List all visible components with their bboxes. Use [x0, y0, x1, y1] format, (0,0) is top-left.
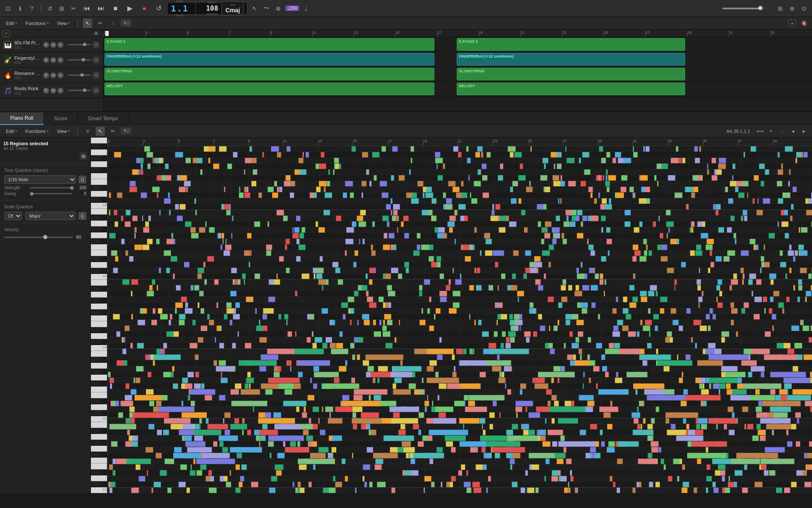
- track-2-icon: 🎸: [3, 56, 12, 64]
- waveform-icon[interactable]: 〜: [262, 4, 271, 13]
- pr-options-btn[interactable]: ≡: [83, 127, 92, 136]
- stop-btn[interactable]: ■: [110, 3, 121, 14]
- track-3-channel: Ch1: [14, 76, 41, 80]
- help-icon[interactable]: ?: [27, 4, 36, 13]
- track-2-solo-btn[interactable]: S: [58, 57, 63, 63]
- search-icon[interactable]: ⊕: [787, 4, 797, 13]
- add-track-header-btn[interactable]: +: [3, 30, 10, 37]
- piano-roll-content: 15 Regions selected on 15 Tracks ⊞ Time …: [0, 138, 812, 493]
- velocity-row: 80: [4, 235, 86, 240]
- master-volume-slider[interactable]: [722, 8, 773, 9]
- track-4-volume-icon: ⊙: [92, 87, 100, 94]
- pr-functions-menu[interactable]: Functions ▾: [23, 128, 51, 135]
- region-collapse-btn[interactable]: ⊞: [80, 152, 87, 160]
- region-count: 15 Regions selected: [3, 141, 87, 146]
- pr-pencil-tool[interactable]: ✏: [108, 127, 118, 136]
- pr-view-menu[interactable]: View ▾: [55, 128, 73, 135]
- record-btn[interactable]: ●: [138, 3, 150, 14]
- pr-zoom-out-btn[interactable]: -: [777, 127, 787, 136]
- quantize-apply-btn[interactable]: Q: [79, 176, 86, 183]
- track-2-volume-icon: ⊙: [92, 56, 100, 64]
- track-3-icon: 🔥: [3, 71, 12, 80]
- track-4-volume-slider[interactable]: [68, 90, 91, 91]
- region-2b[interactable]: FINGERDBAS (+12 semitones): [457, 53, 685, 66]
- pr-edit-menu[interactable]: Edit ▾: [3, 128, 19, 135]
- pointer-tool[interactable]: ↖: [83, 19, 92, 28]
- region-3a[interactable]: SLOWSTRING: [104, 68, 434, 80]
- track-3-volume-slider[interactable]: [68, 75, 91, 76]
- cursor-icon[interactable]: ↖: [250, 4, 259, 13]
- track-4-mute-btn[interactable]: M: [50, 88, 56, 94]
- ruler-svg: [104, 30, 812, 37]
- track-header-1: 🎹 80s FM Piano Ch1 R M S ⊙: [0, 37, 103, 52]
- track-1-mute-btn[interactable]: M: [50, 42, 56, 48]
- cycle-btn[interactable]: ↺: [153, 3, 165, 14]
- scale-off-select[interactable]: Off On: [4, 212, 22, 220]
- strength-slider[interactable]: [30, 187, 72, 188]
- arr-edit-menu[interactable]: Edit ▾: [3, 20, 19, 27]
- pr-zoom-full-btn[interactable]: ⟺: [755, 127, 765, 136]
- grid-icon[interactable]: ⊞: [776, 4, 785, 13]
- notes-canvas[interactable]: [108, 146, 812, 493]
- piano-roll-grid[interactable]: [108, 146, 812, 493]
- tune-icon[interactable]: ⊞: [57, 4, 66, 13]
- track-4-solo-btn[interactable]: S: [58, 88, 63, 94]
- velocity-label: Velocity: [4, 227, 86, 232]
- pr-scroll-right-btn[interactable]: ▸: [799, 127, 809, 136]
- track-2-mute-btn[interactable]: M: [50, 57, 56, 63]
- add-track-btn[interactable]: +: [788, 19, 796, 27]
- refresh-icon[interactable]: ↺: [45, 4, 55, 13]
- pr-mode-display[interactable]: ↖⁝: [121, 127, 132, 135]
- track-1-solo-btn[interactable]: S: [58, 42, 63, 48]
- track-2-volume-slider[interactable]: [68, 59, 91, 61]
- region-1b[interactable]: E.PIANO 2: [457, 38, 685, 51]
- track-header-2: 🎸 Fingerstyle Bass Ch1 R M S ⊙: [0, 52, 103, 68]
- info-icon[interactable]: ℹ: [15, 4, 25, 13]
- scissors-icon[interactable]: ✂: [69, 4, 78, 13]
- region-2a[interactable]: FINGERDBAS (+12 semitones): [104, 53, 434, 66]
- track-header-4: 🎵 Roots Rock Ch1 R M S ⊙: [0, 83, 103, 98]
- track-1-record-btn[interactable]: R: [43, 42, 49, 48]
- track-options-btn[interactable]: ⊞: [91, 30, 101, 38]
- play-btn[interactable]: ▶: [124, 3, 136, 14]
- rewind-btn[interactable]: ⏮: [81, 3, 93, 14]
- tab-smart-tempo[interactable]: Smart Tempo: [78, 112, 129, 125]
- velocity-slider[interactable]: [4, 237, 73, 238]
- piano-roll-grid-area: 13579111315171921232527293133353739: [108, 138, 812, 493]
- arr-view-menu[interactable]: View ▾: [55, 20, 73, 27]
- region-4b[interactable]: MELODY: [457, 83, 685, 95]
- track-4-record-btn[interactable]: R: [43, 88, 49, 94]
- track-3-record-btn[interactable]: R: [43, 72, 49, 78]
- swing-slider[interactable]: [30, 193, 72, 194]
- pr-scroll-left-btn[interactable]: ◂: [788, 127, 798, 136]
- arr-mute-btn[interactable]: 🔇: [799, 19, 809, 28]
- settings-icon[interactable]: ⊙: [799, 4, 809, 13]
- pointer-mode[interactable]: ↖⁝: [121, 19, 132, 27]
- save-icon[interactable]: ⊡: [3, 4, 13, 13]
- fast-forward-btn[interactable]: ⏭: [95, 3, 107, 14]
- tab-score[interactable]: Score: [44, 112, 78, 125]
- quantize-note-select[interactable]: 1/16 Note 1/8 Note 1/4 Note: [4, 175, 76, 184]
- pencil-tool[interactable]: ✏: [96, 19, 105, 28]
- region-4a[interactable]: MELODY: [104, 83, 434, 95]
- tuner-icon[interactable]: ♩: [302, 4, 311, 13]
- track-3-solo-btn[interactable]: S: [58, 72, 63, 78]
- scale-type-select[interactable]: Major Minor Pentatonic: [25, 212, 75, 220]
- quantize-title: Time Quantize (classic): [4, 168, 86, 173]
- swing-value: 0: [74, 191, 86, 196]
- arr-functions-menu[interactable]: Functions ▾: [23, 20, 51, 27]
- arrangement-content: + ⊞ 🎹 80s FM Piano Ch1 R M S: [0, 30, 812, 111]
- pr-info: A4 38.1.1.1 ⟺ + - ◂ ▸: [727, 127, 809, 136]
- scale-apply-btn[interactable]: Q: [79, 212, 86, 220]
- split-tool[interactable]: ⁝: [108, 19, 118, 28]
- link-icon[interactable]: ⊗: [274, 4, 283, 13]
- pr-zoom-in-btn[interactable]: +: [766, 127, 776, 136]
- tab-piano-roll[interactable]: Piano Roll: [0, 112, 44, 125]
- strength-row: Strength 100: [4, 185, 86, 190]
- region-3b[interactable]: SLOWSTRING: [457, 68, 685, 80]
- track-2-record-btn[interactable]: R: [43, 57, 49, 63]
- pr-pointer-tool[interactable]: ↖: [96, 127, 105, 136]
- region-1a[interactable]: E.PIANO 2: [104, 38, 434, 51]
- track-1-volume-slider[interactable]: [68, 44, 91, 45]
- track-3-mute-btn[interactable]: M: [50, 72, 56, 78]
